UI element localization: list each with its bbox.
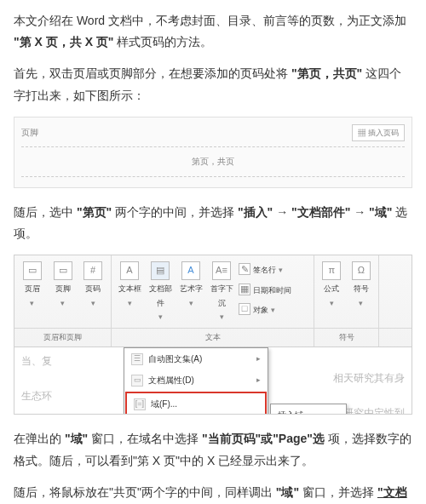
- dropcap-button[interactable]: A≡首字下沉▾: [207, 259, 236, 326]
- footer-content: 第页，共页: [21, 151, 405, 173]
- dd-docprop[interactable]: ▭文档属性(D)▸: [124, 369, 268, 391]
- dd-field-highlighted[interactable]: [=]域(F)...: [125, 392, 267, 415]
- bold-text: "域": [65, 432, 88, 445]
- sigline-button[interactable]: ✎签名行▾: [238, 261, 292, 279]
- wordart-button[interactable]: A艺术字▾: [176, 259, 205, 326]
- text: 窗口，在域名中选择: [91, 432, 199, 445]
- doc-parts-dropdown: ☰自动图文集(A)▸ ▭文档属性(D)▸ [=]域(F)... ▦构建基块管理器…: [124, 347, 268, 415]
- arrow: →: [354, 205, 369, 219]
- doc-parts-button[interactable]: ▤文档部件▾: [146, 259, 175, 326]
- symbol-button[interactable]: Ω符号▾: [348, 259, 376, 326]
- formula-button[interactable]: π公式▾: [318, 259, 346, 326]
- sub-insert-field[interactable]: 插入域: [271, 404, 346, 415]
- group-label-sym: 符号: [314, 329, 379, 346]
- datetime-button[interactable]: ▦日期和时间: [238, 281, 292, 300]
- arrow: →: [276, 205, 291, 219]
- footer-label: 页脚: [21, 125, 38, 140]
- insert-pagenum-button[interactable]: ▦ 插入页码: [352, 124, 405, 141]
- text: 在弹出的: [14, 432, 61, 445]
- screenshot-1: 页脚 ▦ 插入页码 第页，共页: [14, 117, 412, 188]
- pagenum-button[interactable]: #页码▾: [78, 259, 107, 326]
- bold-text: "第页": [77, 205, 112, 219]
- group-label-text: 文本: [112, 329, 314, 346]
- screenshot-2: ▭页眉▾ ▭页脚▾ #页码▾ A文本框▾ ▤文档部件▾ A艺术字▾ A≡首字下沉…: [14, 255, 412, 415]
- group-label-hf: 页眉和页脚: [14, 329, 112, 346]
- dd-autotext[interactable]: ☰自动图文集(A)▸: [124, 348, 268, 369]
- paragraph-5: 随后，将鼠标放在"共页"两个字的中间，同样调出 "域" 窗口，并选择 "文档的页…: [14, 482, 412, 504]
- textbox-button[interactable]: A文本框▾: [115, 259, 144, 326]
- object-button[interactable]: □对象▾: [238, 301, 292, 319]
- text: 两个字的中间，并选择: [115, 205, 234, 219]
- bold-text: "第 X 页，共 X 页": [14, 35, 114, 49]
- header-button[interactable]: ▭页眉▾: [18, 259, 47, 326]
- bold-text: "域": [369, 205, 392, 219]
- bold-text: "当前页码"或"Page"选: [202, 432, 325, 445]
- text: 窗口，并选择: [302, 485, 374, 499]
- text: 本文介绍在 Word 文档中，不考虑封面、目录、前言等的页数，为正文添加: [14, 14, 406, 27]
- paragraph-1: 本文介绍在 Word 文档中，不考虑封面、目录、前言等的页数，为正文添加 "第 …: [14, 10, 412, 53]
- text: 随后，选中: [14, 205, 73, 219]
- paragraph-4: 在弹出的 "域" 窗口，在域名中选择 "当前页码"或"Page"选 项，选择数字…: [14, 428, 412, 471]
- bold-text: "第页，共页": [291, 66, 362, 80]
- text: 样式页码的方法。: [117, 35, 212, 49]
- document-background: 当、复 相天研究其有身 生态环 或研究由定性到 推动作 大尺度空间范围 入，高精…: [14, 347, 412, 415]
- footer-button[interactable]: ▭页脚▾: [49, 259, 78, 326]
- paragraph-2: 首先，双击页眉或页脚部分，在想要添加的页码处将 "第页，共页" 这四个字打出来，…: [14, 63, 412, 106]
- paragraph-3: 随后，选中 "第页" 两个字的中间，并选择 "插入" → "文档部件" → "域…: [14, 202, 412, 244]
- text: 随后，将鼠标放在"共页"两个字的中间，同样调出: [14, 485, 273, 499]
- bold-text: "插入": [238, 205, 273, 219]
- field-submenu: 插入域 插入域: [270, 404, 347, 415]
- text: 首先，双击页眉或页脚部分，在想要添加的页码处将: [14, 66, 288, 80]
- bold-text: "域": [276, 485, 299, 499]
- bold-text: "文档部件": [291, 205, 350, 219]
